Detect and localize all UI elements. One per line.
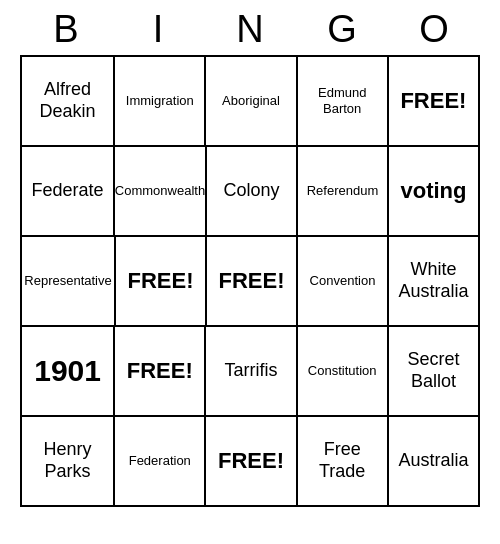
- bingo-cell: 1901: [22, 327, 113, 415]
- bingo-cell: FREE!: [113, 327, 204, 415]
- bingo-cell: Referendum: [296, 147, 387, 235]
- bingo-row: FederateCommonwealthColonyReferendumvoti…: [22, 145, 478, 235]
- bingo-cell: White Australia: [387, 237, 478, 325]
- bingo-cell: Immigration: [113, 57, 204, 145]
- bingo-letter: N: [208, 8, 292, 51]
- bingo-cell: Colony: [205, 147, 296, 235]
- bingo-cell: FREE!: [204, 417, 295, 505]
- bingo-cell: Tarrifis: [204, 327, 295, 415]
- bingo-letter: B: [24, 8, 108, 51]
- bingo-cell: Aboriginal: [204, 57, 295, 145]
- bingo-cell: Federation: [113, 417, 204, 505]
- bingo-letter: O: [392, 8, 476, 51]
- bingo-row: 1901FREE!TarrifisConstitutionSecret Ball…: [22, 325, 478, 415]
- bingo-cell: Constitution: [296, 327, 387, 415]
- bingo-row: Henry ParksFederationFREE!Free TradeAust…: [22, 415, 478, 505]
- bingo-cell: FREE!: [205, 237, 296, 325]
- bingo-cell: Secret Ballot: [387, 327, 478, 415]
- bingo-row: RepresentativeFREE!FREE!ConventionWhite …: [22, 235, 478, 325]
- bingo-cell: Henry Parks: [22, 417, 113, 505]
- bingo-cell: Edmund Barton: [296, 57, 387, 145]
- bingo-cell: Convention: [296, 237, 387, 325]
- bingo-cell: FREE!: [114, 237, 205, 325]
- bingo-letter: G: [300, 8, 384, 51]
- bingo-cell: FREE!: [387, 57, 478, 145]
- bingo-cell: voting: [387, 147, 478, 235]
- bingo-cell: Commonwealth: [113, 147, 205, 235]
- bingo-cell: Federate: [22, 147, 113, 235]
- bingo-title: BINGO: [20, 0, 480, 55]
- bingo-cell: Australia: [387, 417, 478, 505]
- bingo-grid: Alfred DeakinImmigrationAboriginalEdmund…: [20, 55, 480, 507]
- bingo-letter: I: [116, 8, 200, 51]
- bingo-cell: Alfred Deakin: [22, 57, 113, 145]
- bingo-cell: Free Trade: [296, 417, 387, 505]
- bingo-row: Alfred DeakinImmigrationAboriginalEdmund…: [22, 57, 478, 145]
- bingo-cell: Representative: [22, 237, 114, 325]
